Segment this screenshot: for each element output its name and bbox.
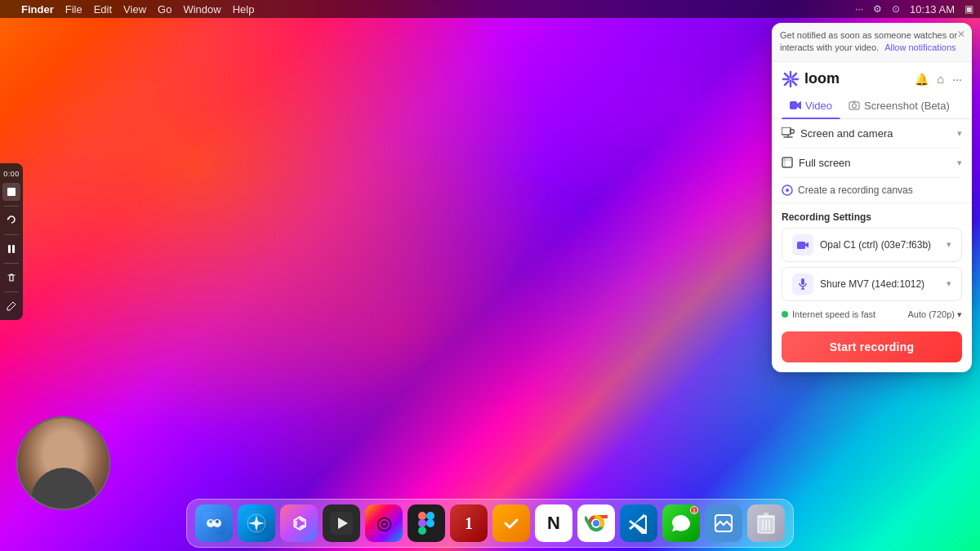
webcam-person <box>18 418 109 509</box>
menu-view[interactable]: View <box>123 3 146 16</box>
svg-rect-18 <box>500 512 523 535</box>
screen-camera-icon <box>782 127 795 139</box>
allow-notifications-link[interactable]: Allow notifications <box>884 42 956 52</box>
svg-rect-47 <box>797 242 805 249</box>
notification-close-btn[interactable]: ✕ <box>957 29 965 39</box>
dock-arc[interactable]: ⌬ <box>280 504 318 542</box>
notification-text: Get notified as soon as someone watches … <box>780 29 964 55</box>
menubar: Finder File Edit View Go Window Help ···… <box>0 0 980 18</box>
dock-chrome[interactable] <box>577 504 615 542</box>
screen-camera-chevron: ▾ <box>957 128 962 139</box>
toolbar-divider-1 <box>4 206 19 207</box>
tab-video[interactable]: Video <box>782 95 840 118</box>
svg-line-34 <box>785 73 789 78</box>
app-name[interactable]: Finder <box>21 3 54 16</box>
camera-icon <box>797 240 808 250</box>
quality-dropdown[interactable]: Auto (720p) ▾ <box>908 309 962 320</box>
menu-go[interactable]: Go <box>158 3 172 16</box>
recording-timer: 0:00 <box>0 168 23 180</box>
svg-rect-44 <box>782 158 792 167</box>
dock-safari[interactable] <box>238 504 275 542</box>
svg-rect-38 <box>790 101 797 109</box>
dock-vscode[interactable] <box>620 504 657 542</box>
start-recording-button[interactable]: Start recording <box>782 331 962 362</box>
toolbar-pause-btn[interactable] <box>2 240 20 258</box>
menubar-time: 10:13 AM <box>910 3 955 16</box>
camera-device-name: Opal C1 (ctrl) (03e7:f63b) <box>820 239 931 251</box>
fullscreen-label: Full screen <box>799 157 851 169</box>
menu-edit[interactable]: Edit <box>94 3 112 16</box>
svg-rect-0 <box>7 188 16 196</box>
loom-header: loom 🔔 ⌂ ··· <box>772 62 972 88</box>
loom-header-icons: 🔔 ⌂ ··· <box>915 72 962 86</box>
quality-label: Auto (720p) <box>908 309 955 319</box>
menu-file[interactable]: File <box>65 3 82 16</box>
svg-point-40 <box>853 104 857 108</box>
svg-point-22 <box>593 520 599 527</box>
loom-bell-icon[interactable]: 🔔 <box>915 73 929 86</box>
toolbar-divider-2 <box>4 234 19 235</box>
menubar-gear-icon: ⚙ <box>873 3 882 15</box>
mic-device-name: Shure MV7 (14ed:1012) <box>820 278 924 290</box>
loom-home-icon[interactable]: ⌂ <box>937 72 944 86</box>
create-canvas-link[interactable]: Create a recording canvas <box>772 178 972 203</box>
menu-help[interactable]: Help <box>233 3 255 16</box>
camera-icon-box <box>792 234 813 256</box>
fullscreen-dropdown[interactable]: Full screen ▾ <box>782 149 962 178</box>
dock: ⌬ ◎ 1 N <box>186 499 794 548</box>
fullscreen-icon <box>782 157 793 168</box>
camera-device-row[interactable]: Opal C1 (ctrl) (03e7:f63b) ▾ <box>782 228 962 262</box>
svg-rect-42 <box>782 127 791 135</box>
toolbar-divider-4 <box>4 291 19 292</box>
loom-logo-text: loom <box>804 70 840 87</box>
loom-tabs: Video Screenshot (Beta) <box>772 88 972 119</box>
loom-more-icon[interactable]: ··· <box>952 73 962 86</box>
svg-marker-1 <box>7 218 10 220</box>
quality-chevron: ▾ <box>957 309 962 320</box>
recording-settings-title: Recording Settings <box>772 203 972 228</box>
svg-rect-14 <box>426 512 434 520</box>
toolbar-stop-btn[interactable] <box>2 183 20 201</box>
mic-device-row[interactable]: Shure MV7 (14ed:1012) ▾ <box>782 267 962 301</box>
webcam-preview <box>16 416 110 510</box>
floating-toolbar: 0:00 <box>0 163 23 320</box>
svg-line-36 <box>793 73 797 78</box>
loom-panel: Get notified as soon as someone watches … <box>772 23 972 372</box>
dock-marble[interactable]: ◎ <box>365 504 403 542</box>
svg-rect-16 <box>418 527 426 535</box>
svg-line-35 <box>793 81 797 85</box>
mic-chevron: ▾ <box>947 278 951 289</box>
screen-camera-dropdown[interactable]: Screen and camera ▾ <box>782 119 962 149</box>
dock-onepassword[interactable]: 1 <box>450 504 488 542</box>
tab-video-label: Video <box>805 100 832 112</box>
internet-speed-label: Internet speed is fast <box>792 309 875 319</box>
screen-camera-label: Screen and camera <box>800 127 893 140</box>
dock-trash[interactable] <box>747 504 785 542</box>
toolbar-delete-btn[interactable] <box>2 269 20 287</box>
tab-screenshot[interactable]: Screenshot (Beta) <box>840 95 958 118</box>
dock-notion[interactable]: N <box>535 504 572 542</box>
dock-imageoptim[interactable] <box>705 504 742 542</box>
svg-point-46 <box>786 189 789 192</box>
loom-logo: loom <box>782 70 840 88</box>
svg-rect-13 <box>418 512 426 520</box>
camera-chevron: ▾ <box>947 239 951 250</box>
dock-figma[interactable] <box>408 504 445 542</box>
menubar-status-icon: ⊙ <box>892 3 900 15</box>
svg-rect-48 <box>801 278 804 285</box>
dock-messages[interactable]: 1 <box>662 504 700 542</box>
svg-rect-2 <box>8 245 11 253</box>
toolbar-pen-btn[interactable] <box>2 297 20 315</box>
svg-rect-41 <box>853 101 856 103</box>
menu-window[interactable]: Window <box>183 3 220 16</box>
canvas-label: Create a recording canvas <box>798 184 913 196</box>
dock-fcpx[interactable] <box>323 504 360 542</box>
dock-tasks[interactable] <box>492 504 530 542</box>
dock-finder[interactable] <box>195 504 233 542</box>
toolbar-undo-btn[interactable] <box>2 211 20 229</box>
canvas-icon <box>782 184 793 196</box>
svg-line-37 <box>785 81 789 85</box>
svg-rect-3 <box>12 245 15 253</box>
svg-point-7 <box>209 520 212 523</box>
loom-mode-section: Screen and camera ▾ Full screen ▾ <box>772 119 972 178</box>
